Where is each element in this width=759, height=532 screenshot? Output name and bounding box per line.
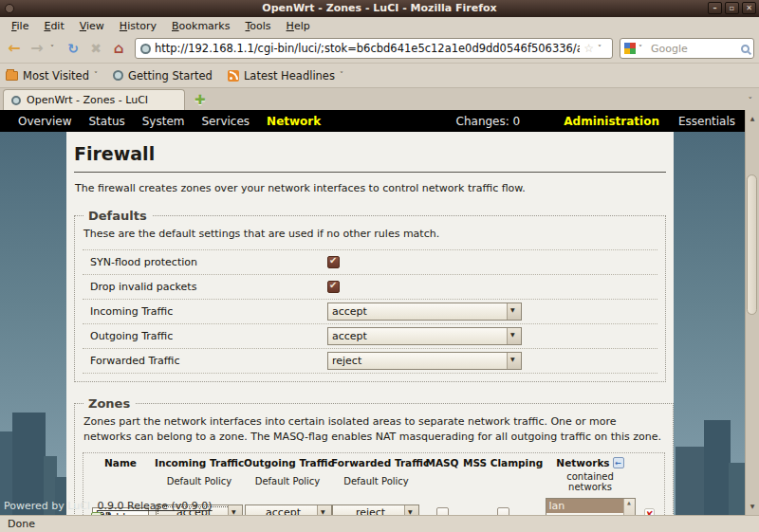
field-label: SYN-flood protection [83, 256, 327, 268]
field-label: Outgoing Traffic [83, 330, 327, 342]
field-row: Forwarded Traffic reject [83, 349, 657, 374]
close-button[interactable]: ✕ [742, 2, 756, 14]
zone-forwarded-select[interactable]: reject [332, 504, 419, 515]
zone-outgoing-select[interactable]: accept [245, 504, 332, 515]
vertical-scrollbar[interactable]: ▲ ▼ [745, 110, 759, 515]
tab-openwrt-zones[interactable]: OpenWrt - Zones - LuCI [3, 89, 185, 110]
chevron-down-icon [228, 505, 242, 515]
defaults-legend: Defaults [83, 209, 152, 223]
bookmark-latest-headlines[interactable]: Latest Headlines ˅ [228, 69, 343, 83]
folder-icon [6, 71, 18, 81]
col-header-networks: Networks ← [543, 455, 638, 468]
menubar: File Edit View History Bookmarks Tools H… [0, 17, 759, 34]
menu-bookmarks[interactable]: Bookmarks [164, 18, 237, 34]
window-icon [5, 4, 14, 13]
tab-label: OpenWrt - Zones - LuCI [27, 94, 148, 106]
incoming-traffic-select[interactable]: accept [327, 303, 522, 321]
zones-fieldset: Zones Zones part the network interfaces … [74, 396, 674, 515]
new-tab-icon[interactable]: ✚ [194, 92, 206, 107]
page-viewport: Firewall The firewall creates zones over… [0, 132, 745, 515]
scrollbar-thumb[interactable] [747, 174, 757, 315]
menu-edit[interactable]: Edit [36, 18, 71, 34]
building-silhouette [676, 447, 706, 515]
bookmark-star-icon[interactable]: ☆ [583, 42, 594, 55]
subheader-contained-networks: contained networks [543, 468, 638, 495]
field-label: Forwarded Traffic [83, 355, 327, 367]
col-header-mss: MSS Clamping [463, 455, 543, 468]
rss-icon [228, 70, 239, 82]
search-box[interactable]: ˅ [620, 38, 754, 59]
history-chevron-icon[interactable]: ˅ [50, 45, 60, 53]
masq-checkbox[interactable] [436, 507, 449, 515]
maximize-button[interactable]: ▫ [725, 2, 739, 14]
url-input[interactable] [155, 42, 580, 55]
network-option[interactable]: wan [546, 513, 623, 515]
zones-legend: Zones [83, 396, 135, 411]
scroll-up-icon[interactable]: ▲ [627, 501, 631, 505]
outgoing-traffic-select[interactable]: accept [327, 327, 522, 345]
nav-network[interactable]: Network [258, 115, 329, 128]
page-intro: The firewall creates zones over your net… [75, 182, 665, 194]
google-logo-icon [624, 43, 636, 54]
field-label: Drop invalid packets [83, 281, 327, 293]
forwarded-traffic-select[interactable]: reject [327, 352, 522, 370]
nav-status[interactable]: Status [81, 115, 134, 128]
add-icon [91, 512, 102, 515]
url-bar[interactable]: ☆ ˅ [135, 38, 613, 59]
chevron-down-icon [317, 505, 331, 515]
nav-services[interactable]: Services [194, 115, 259, 128]
bookmarks-bar: Most Visited ˅ Getting Started Latest He… [0, 63, 759, 87]
menu-tools[interactable]: Tools [237, 18, 278, 34]
networks-multiselect[interactable]: lan wan ▲ ▼ [546, 498, 636, 515]
chevron-down-icon [507, 328, 521, 344]
menu-view[interactable]: View [72, 18, 112, 34]
changes-counter[interactable]: Changes: 0 [456, 115, 565, 128]
defaults-fieldset: Defaults These are the default settings … [74, 209, 666, 382]
back-icon[interactable]: ← [5, 38, 24, 59]
defaults-description: These are the default settings that are … [83, 227, 657, 242]
url-dropdown-icon[interactable]: ˅ [598, 45, 607, 53]
navigation-toolbar: ← → ˅ ↻ ✖ ⌂ ☆ ˅ ˅ [0, 34, 759, 63]
chevron-down-icon [507, 353, 521, 369]
chevron-down-icon: ˅ [340, 71, 343, 80]
nav-system[interactable]: System [134, 115, 194, 128]
status-text: Done [8, 518, 35, 530]
search-icon[interactable] [741, 45, 750, 53]
menu-help[interactable]: Help [279, 18, 318, 34]
scroll-down-icon[interactable]: ▼ [746, 500, 759, 513]
subheader-default-policy: Default Policy [331, 468, 421, 495]
nav-overview[interactable]: Overview [9, 115, 81, 128]
search-engine-chevron-icon[interactable]: ˅ [639, 45, 648, 53]
col-header-forwarded: Forwarded Traffic [331, 455, 421, 468]
home-icon[interactable]: ⌂ [109, 38, 128, 59]
site-favicon [140, 44, 151, 54]
mss-clamping-checkbox[interactable] [497, 507, 509, 515]
stop-icon[interactable]: ✖ [86, 38, 105, 59]
networks-hint-icon[interactable]: ← [613, 457, 624, 468]
bookmark-getting-started[interactable]: Getting Started [113, 69, 213, 83]
minimize-button[interactable]: – [708, 2, 722, 14]
nav-administration[interactable]: Administration [564, 115, 678, 128]
drop-invalid-checkbox[interactable] [327, 281, 340, 293]
menu-history[interactable]: History [112, 18, 164, 34]
add-zone-button[interactable]: Add [91, 511, 125, 515]
menu-file[interactable]: File [4, 18, 36, 34]
scroll-up-icon[interactable]: ▲ [746, 112, 759, 125]
network-option[interactable]: lan [546, 499, 623, 513]
tab-favicon [11, 96, 21, 105]
nav-essentials[interactable]: Essentials [678, 115, 735, 128]
subheader-default-policy: Default Policy [244, 468, 331, 495]
firefox-window: OpenWrt - Zones - LuCI - Mozilla Firefox… [0, 0, 759, 532]
refresh-icon[interactable]: ↻ [64, 38, 83, 59]
syn-flood-checkbox[interactable] [327, 256, 340, 268]
bookmark-most-visited[interactable]: Most Visited ˅ [6, 69, 98, 83]
forward-icon[interactable]: → [28, 38, 46, 59]
tab-list-chevron-icon[interactable]: ˅ [749, 96, 753, 105]
zones-description: Zones part the network interfaces into c… [83, 414, 665, 445]
luci-content: Firewall The firewall creates zones over… [66, 132, 674, 515]
search-input[interactable] [651, 43, 738, 55]
field-row: Drop invalid packets [83, 275, 657, 300]
delete-zone-icon[interactable]: ✘ [644, 508, 654, 515]
multiselect-scrollbar[interactable]: ▲ ▼ [623, 499, 635, 515]
luci-nav-bar: Overview Status System Services Network … [0, 110, 745, 132]
